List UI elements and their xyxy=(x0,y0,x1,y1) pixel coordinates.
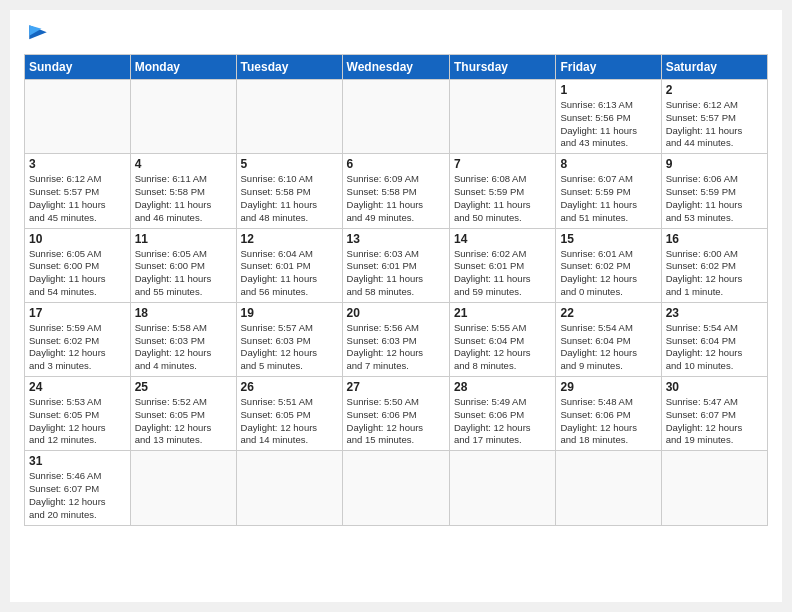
day-info: Sunrise: 5:50 AM Sunset: 6:06 PM Dayligh… xyxy=(347,396,445,447)
day-number: 17 xyxy=(29,306,126,320)
week-row-4: 17Sunrise: 5:59 AM Sunset: 6:02 PM Dayli… xyxy=(25,302,768,376)
calendar-cell xyxy=(556,451,661,525)
day-info: Sunrise: 6:07 AM Sunset: 5:59 PM Dayligh… xyxy=(560,173,656,224)
day-info: Sunrise: 5:56 AM Sunset: 6:03 PM Dayligh… xyxy=(347,322,445,373)
day-number: 11 xyxy=(135,232,232,246)
day-number: 9 xyxy=(666,157,763,171)
day-info: Sunrise: 5:48 AM Sunset: 6:06 PM Dayligh… xyxy=(560,396,656,447)
calendar-cell: 31Sunrise: 5:46 AM Sunset: 6:07 PM Dayli… xyxy=(25,451,131,525)
logo xyxy=(24,20,56,48)
day-info: Sunrise: 5:51 AM Sunset: 6:05 PM Dayligh… xyxy=(241,396,338,447)
weekday-header-friday: Friday xyxy=(556,55,661,80)
day-number: 22 xyxy=(560,306,656,320)
calendar-cell xyxy=(25,80,131,154)
day-info: Sunrise: 5:47 AM Sunset: 6:07 PM Dayligh… xyxy=(666,396,763,447)
day-number: 23 xyxy=(666,306,763,320)
week-row-1: 1Sunrise: 6:13 AM Sunset: 5:56 PM Daylig… xyxy=(25,80,768,154)
day-number: 16 xyxy=(666,232,763,246)
day-number: 10 xyxy=(29,232,126,246)
calendar-cell: 1Sunrise: 6:13 AM Sunset: 5:56 PM Daylig… xyxy=(556,80,661,154)
calendar-cell: 8Sunrise: 6:07 AM Sunset: 5:59 PM Daylig… xyxy=(556,154,661,228)
calendar-cell: 24Sunrise: 5:53 AM Sunset: 6:05 PM Dayli… xyxy=(25,377,131,451)
day-number: 15 xyxy=(560,232,656,246)
day-info: Sunrise: 6:10 AM Sunset: 5:58 PM Dayligh… xyxy=(241,173,338,224)
weekday-header-sunday: Sunday xyxy=(25,55,131,80)
calendar-cell: 23Sunrise: 5:54 AM Sunset: 6:04 PM Dayli… xyxy=(661,302,767,376)
calendar-cell xyxy=(449,451,555,525)
day-number: 25 xyxy=(135,380,232,394)
calendar-cell: 29Sunrise: 5:48 AM Sunset: 6:06 PM Dayli… xyxy=(556,377,661,451)
day-number: 6 xyxy=(347,157,445,171)
calendar-cell: 12Sunrise: 6:04 AM Sunset: 6:01 PM Dayli… xyxy=(236,228,342,302)
day-info: Sunrise: 6:03 AM Sunset: 6:01 PM Dayligh… xyxy=(347,248,445,299)
day-info: Sunrise: 6:13 AM Sunset: 5:56 PM Dayligh… xyxy=(560,99,656,150)
calendar-cell xyxy=(130,451,236,525)
calendar-cell: 26Sunrise: 5:51 AM Sunset: 6:05 PM Dayli… xyxy=(236,377,342,451)
day-number: 30 xyxy=(666,380,763,394)
calendar-cell: 16Sunrise: 6:00 AM Sunset: 6:02 PM Dayli… xyxy=(661,228,767,302)
day-info: Sunrise: 5:46 AM Sunset: 6:07 PM Dayligh… xyxy=(29,470,126,521)
day-info: Sunrise: 6:09 AM Sunset: 5:58 PM Dayligh… xyxy=(347,173,445,224)
day-number: 4 xyxy=(135,157,232,171)
calendar-cell: 3Sunrise: 6:12 AM Sunset: 5:57 PM Daylig… xyxy=(25,154,131,228)
calendar-cell xyxy=(342,451,449,525)
calendar-cell xyxy=(130,80,236,154)
day-info: Sunrise: 6:06 AM Sunset: 5:59 PM Dayligh… xyxy=(666,173,763,224)
calendar-cell: 9Sunrise: 6:06 AM Sunset: 5:59 PM Daylig… xyxy=(661,154,767,228)
calendar-cell xyxy=(342,80,449,154)
calendar-cell: 15Sunrise: 6:01 AM Sunset: 6:02 PM Dayli… xyxy=(556,228,661,302)
weekday-header-wednesday: Wednesday xyxy=(342,55,449,80)
day-info: Sunrise: 5:53 AM Sunset: 6:05 PM Dayligh… xyxy=(29,396,126,447)
day-number: 29 xyxy=(560,380,656,394)
page: SundayMondayTuesdayWednesdayThursdayFrid… xyxy=(10,10,782,602)
weekday-header-saturday: Saturday xyxy=(661,55,767,80)
weekday-header-tuesday: Tuesday xyxy=(236,55,342,80)
calendar-cell: 5Sunrise: 6:10 AM Sunset: 5:58 PM Daylig… xyxy=(236,154,342,228)
calendar-cell: 11Sunrise: 6:05 AM Sunset: 6:00 PM Dayli… xyxy=(130,228,236,302)
day-info: Sunrise: 6:00 AM Sunset: 6:02 PM Dayligh… xyxy=(666,248,763,299)
day-info: Sunrise: 5:55 AM Sunset: 6:04 PM Dayligh… xyxy=(454,322,551,373)
day-number: 28 xyxy=(454,380,551,394)
calendar-cell: 14Sunrise: 6:02 AM Sunset: 6:01 PM Dayli… xyxy=(449,228,555,302)
calendar-cell: 21Sunrise: 5:55 AM Sunset: 6:04 PM Dayli… xyxy=(449,302,555,376)
day-info: Sunrise: 5:58 AM Sunset: 6:03 PM Dayligh… xyxy=(135,322,232,373)
day-number: 2 xyxy=(666,83,763,97)
day-number: 14 xyxy=(454,232,551,246)
calendar-cell: 6Sunrise: 6:09 AM Sunset: 5:58 PM Daylig… xyxy=(342,154,449,228)
day-info: Sunrise: 6:08 AM Sunset: 5:59 PM Dayligh… xyxy=(454,173,551,224)
calendar-cell: 27Sunrise: 5:50 AM Sunset: 6:06 PM Dayli… xyxy=(342,377,449,451)
day-number: 19 xyxy=(241,306,338,320)
day-info: Sunrise: 6:05 AM Sunset: 6:00 PM Dayligh… xyxy=(135,248,232,299)
day-info: Sunrise: 6:12 AM Sunset: 5:57 PM Dayligh… xyxy=(666,99,763,150)
calendar-cell xyxy=(661,451,767,525)
day-number: 1 xyxy=(560,83,656,97)
weekday-header-monday: Monday xyxy=(130,55,236,80)
calendar-cell: 7Sunrise: 6:08 AM Sunset: 5:59 PM Daylig… xyxy=(449,154,555,228)
day-info: Sunrise: 5:54 AM Sunset: 6:04 PM Dayligh… xyxy=(560,322,656,373)
day-info: Sunrise: 5:59 AM Sunset: 6:02 PM Dayligh… xyxy=(29,322,126,373)
day-number: 5 xyxy=(241,157,338,171)
calendar-cell: 28Sunrise: 5:49 AM Sunset: 6:06 PM Dayli… xyxy=(449,377,555,451)
calendar-cell: 10Sunrise: 6:05 AM Sunset: 6:00 PM Dayli… xyxy=(25,228,131,302)
day-number: 21 xyxy=(454,306,551,320)
day-number: 12 xyxy=(241,232,338,246)
calendar-cell: 4Sunrise: 6:11 AM Sunset: 5:58 PM Daylig… xyxy=(130,154,236,228)
week-row-5: 24Sunrise: 5:53 AM Sunset: 6:05 PM Dayli… xyxy=(25,377,768,451)
day-info: Sunrise: 5:52 AM Sunset: 6:05 PM Dayligh… xyxy=(135,396,232,447)
day-info: Sunrise: 6:05 AM Sunset: 6:00 PM Dayligh… xyxy=(29,248,126,299)
day-info: Sunrise: 6:12 AM Sunset: 5:57 PM Dayligh… xyxy=(29,173,126,224)
calendar-cell: 13Sunrise: 6:03 AM Sunset: 6:01 PM Dayli… xyxy=(342,228,449,302)
week-row-3: 10Sunrise: 6:05 AM Sunset: 6:00 PM Dayli… xyxy=(25,228,768,302)
calendar-cell: 30Sunrise: 5:47 AM Sunset: 6:07 PM Dayli… xyxy=(661,377,767,451)
calendar-cell xyxy=(236,80,342,154)
day-number: 13 xyxy=(347,232,445,246)
day-number: 18 xyxy=(135,306,232,320)
day-number: 8 xyxy=(560,157,656,171)
day-info: Sunrise: 6:11 AM Sunset: 5:58 PM Dayligh… xyxy=(135,173,232,224)
calendar-cell: 25Sunrise: 5:52 AM Sunset: 6:05 PM Dayli… xyxy=(130,377,236,451)
day-number: 3 xyxy=(29,157,126,171)
calendar-cell: 2Sunrise: 6:12 AM Sunset: 5:57 PM Daylig… xyxy=(661,80,767,154)
calendar-cell: 18Sunrise: 5:58 AM Sunset: 6:03 PM Dayli… xyxy=(130,302,236,376)
header xyxy=(24,20,768,48)
calendar-cell: 20Sunrise: 5:56 AM Sunset: 6:03 PM Dayli… xyxy=(342,302,449,376)
